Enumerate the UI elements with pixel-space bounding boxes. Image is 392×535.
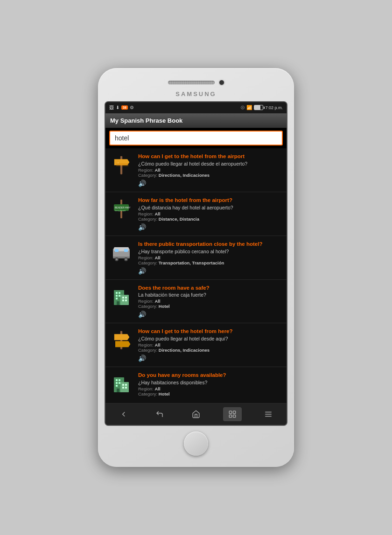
item-region: Region: All xyxy=(138,167,283,173)
sound-icon[interactable]: 🔊 xyxy=(138,180,283,187)
nav-return-button[interactable] xyxy=(150,407,169,421)
svg-point-16 xyxy=(125,258,127,260)
item-translation: ¿Cómo puedo llegar al hotel desde aquí? xyxy=(138,336,283,341)
item-category: Category: Hotel xyxy=(138,304,283,309)
download-icon: ⬇ xyxy=(116,105,119,110)
physical-home-button[interactable] xyxy=(184,431,208,456)
svg-marker-32 xyxy=(115,341,131,347)
item-category: Category: Directions, Indicaciones xyxy=(138,347,283,353)
phone-top xyxy=(105,76,287,90)
item-category: Category: Directions, Indicaciones xyxy=(138,173,283,178)
status-bar: 🖼 ⬇ 38 ⚙ ⦾ 📶 7:02 p.m. xyxy=(105,102,287,113)
item-translation: ¿Hay habitaciones disponibles? xyxy=(138,380,283,385)
nav-home-button[interactable] xyxy=(187,407,205,421)
bluetooth-icon: ⦾ xyxy=(241,105,245,111)
hotel-building-icon-2 xyxy=(109,372,133,396)
svg-rect-44 xyxy=(117,389,119,392)
item-category: Category: Distance, Distancia xyxy=(138,216,283,222)
hotel-building-icon xyxy=(109,285,133,309)
item-region: Region: All xyxy=(138,299,283,304)
search-container xyxy=(105,128,287,148)
svg-point-15 xyxy=(116,258,118,260)
screen: 🖼 ⬇ 38 ⚙ ⦾ 📶 7:02 p.m. My Spanish xyxy=(105,101,287,426)
sound-icon[interactable]: 🔊 xyxy=(138,267,283,275)
bottom-nav xyxy=(105,403,287,425)
search-input[interactable] xyxy=(109,131,283,146)
item-region: Region: All xyxy=(138,255,283,260)
sound-icon[interactable]: 🔊 xyxy=(138,354,283,362)
brand-label: SAMSUNG xyxy=(105,90,287,101)
svg-rect-36 xyxy=(119,379,120,381)
svg-rect-24 xyxy=(116,298,118,299)
direction-sign-icon: → xyxy=(109,153,133,175)
svg-rect-26 xyxy=(125,297,127,299)
svg-marker-3 xyxy=(116,163,128,167)
item-content: How can I get to the hotel from here? ¿C… xyxy=(138,328,283,362)
list-item[interactable]: Do you have any rooms available? ¿Hay ha… xyxy=(105,367,287,403)
nav-recents-button[interactable] xyxy=(223,407,242,421)
list-item[interactable]: Is there public transportation close by … xyxy=(105,236,287,280)
svg-rect-43 xyxy=(125,387,127,389)
item-content: Is there public transportation close by … xyxy=(138,241,283,275)
item-category: Category: Hotel xyxy=(138,391,283,396)
list-item[interactable]: How can I get to the hotel from here? ¿C… xyxy=(105,323,287,367)
app-titlebar: My Spanish Phrase Book xyxy=(105,113,287,128)
road-sign-icon: BEADER HWY Grecy Beach xyxy=(109,197,133,221)
item-region: Region: All xyxy=(138,386,283,391)
sound-icon[interactable]: 🔊 xyxy=(138,311,283,318)
svg-rect-29 xyxy=(117,301,119,305)
svg-rect-25 xyxy=(122,297,124,299)
item-title: How can I get to the hotel from the airp… xyxy=(138,153,283,160)
front-camera xyxy=(219,80,224,85)
status-right: ⦾ 📶 7:02 p.m. xyxy=(241,105,283,111)
sound-icon[interactable]: 🔊 xyxy=(138,223,283,231)
time-display: 7:02 p.m. xyxy=(265,105,283,110)
phone-bottom xyxy=(105,426,287,459)
svg-rect-34 xyxy=(120,382,129,392)
speaker-grille xyxy=(168,81,215,84)
svg-rect-20 xyxy=(116,292,118,294)
settings-icon: ⚙ xyxy=(130,105,134,110)
item-title: How far is the hotel from the airport? xyxy=(138,197,283,204)
item-title: Is there public transportation close by … xyxy=(138,241,283,248)
item-translation: ¿Cómo puedo llegar al hotel desde el aer… xyxy=(138,161,283,167)
notification-badge: 38 xyxy=(121,105,128,110)
phone-frame: SAMSUNG 🖼 ⬇ 38 ⚙ ⦾ 📶 xyxy=(98,68,294,467)
svg-rect-48 xyxy=(233,415,235,417)
svg-rect-11 xyxy=(124,249,128,252)
item-region: Region: All xyxy=(138,342,283,347)
item-content: How can I get to the hotel from the airp… xyxy=(138,153,283,187)
item-title: Do you have any rooms available? xyxy=(138,372,283,379)
battery-fill xyxy=(254,105,260,110)
nav-menu-button[interactable] xyxy=(259,407,278,421)
item-title: Does the room have a safe? xyxy=(138,285,283,292)
svg-rect-39 xyxy=(116,385,118,387)
svg-marker-31 xyxy=(114,334,130,340)
item-translation: La habitación tiene caja fuerte? xyxy=(138,292,283,298)
svg-rect-40 xyxy=(122,384,124,386)
svg-rect-17 xyxy=(119,251,124,252)
wifi-icon: 📶 xyxy=(246,105,252,110)
item-content: Do you have any rooms available? ¿Hay ha… xyxy=(138,372,283,398)
svg-rect-35 xyxy=(116,379,118,381)
svg-rect-45 xyxy=(229,411,231,414)
svg-rect-28 xyxy=(125,299,127,301)
list-item[interactable]: → How can I get to the hotel from the ai… xyxy=(105,148,287,192)
list-item[interactable]: Does the room have a safe? La habitación… xyxy=(105,280,287,324)
item-title: How can I get to the hotel from here? xyxy=(138,328,283,335)
svg-rect-10 xyxy=(115,249,119,252)
nav-back-button[interactable] xyxy=(114,407,133,421)
item-content: How far is the hotel from the airport? ¿… xyxy=(138,197,283,231)
status-left: 🖼 ⬇ 38 ⚙ xyxy=(109,105,134,110)
svg-rect-37 xyxy=(116,382,118,384)
list-item[interactable]: BEADER HWY Grecy Beach How far is the ho… xyxy=(105,192,287,236)
item-category: Category: Transportation, Transportación xyxy=(138,260,283,265)
battery-icon xyxy=(254,105,263,110)
item-translation: ¿Hay transporte público cercano al hotel… xyxy=(138,249,283,254)
direction-sign-icon-2 xyxy=(109,328,133,350)
item-content: Does the room have a safe? La habitación… xyxy=(138,285,283,319)
svg-rect-27 xyxy=(122,299,124,301)
svg-rect-38 xyxy=(119,382,120,384)
svg-rect-23 xyxy=(119,295,120,297)
bus-icon xyxy=(109,241,133,265)
